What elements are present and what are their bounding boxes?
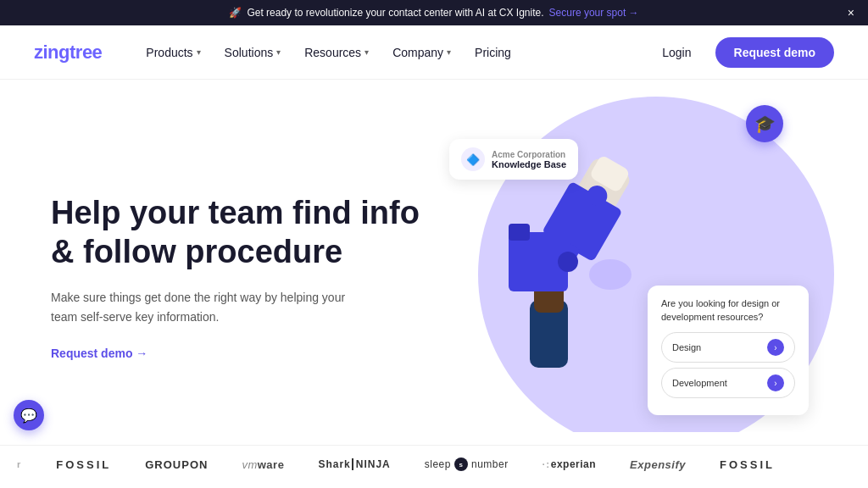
nav-item-resources[interactable]: Resources ▾ — [294, 39, 379, 66]
nav-item-solutions[interactable]: Solutions ▾ — [214, 39, 292, 66]
knowledge-card-text: Acme Corporation Knowledge Base — [492, 150, 566, 169]
knowledge-icon: 🔷 — [461, 147, 485, 171]
logo[interactable]: zingtree — [34, 42, 102, 64]
knowledge-card: 🔷 Acme Corporation Knowledge Base — [449, 139, 578, 180]
design-choice-button[interactable]: Design › — [661, 332, 795, 363]
hero-cta-link[interactable]: Request demo → — [51, 347, 424, 360]
hero-left: Help your team find info & follow proced… — [51, 114, 424, 432]
hero-section: Help your team find info & follow proced… — [0, 80, 868, 483]
development-choice-button[interactable]: Development › — [661, 368, 795, 398]
brand-sleepnumber: sleep s number — [425, 458, 509, 471]
svg-rect-9 — [509, 224, 530, 241]
nav-links: Products ▾ Solutions ▾ Resources ▾ Compa… — [136, 39, 652, 66]
brand-groupon: GROUPON — [145, 458, 208, 471]
svg-point-8 — [558, 252, 578, 272]
chevron-down-icon: ▾ — [197, 47, 201, 57]
brand-sharkninja: SharkNINJA — [318, 458, 390, 470]
hero-subtitle: Make sure things get done the right way … — [51, 288, 356, 326]
brand-vmware: vmware — [242, 458, 284, 471]
hero-right: 🎓 — [424, 114, 817, 432]
choice-arrow-icon: › — [767, 374, 784, 391]
chevron-down-icon: ▾ — [276, 47, 281, 57]
announcement-cta[interactable]: Secure your spot → — [549, 7, 639, 19]
brand-fossil-1: r — [17, 459, 22, 469]
brand-expensify: Expensify — [630, 458, 686, 471]
brand-experian: ·:experian — [542, 458, 596, 470]
request-demo-button[interactable]: Request demo — [715, 37, 834, 68]
choice-card-question: Are you looking for design or developmen… — [661, 297, 795, 324]
brand-fossil: FOSSIL — [56, 458, 111, 471]
nav-item-company[interactable]: Company ▾ — [382, 39, 461, 66]
svg-point-10 — [589, 259, 632, 290]
chat-bubble-button[interactable]: 💬 — [14, 400, 44, 430]
login-button[interactable]: Login — [652, 39, 701, 66]
announcement-bar: 🚀 Get ready to revolutionize your contac… — [0, 0, 868, 25]
brand-fossil-2: FOSSIL — [720, 458, 775, 471]
graduation-cap-icon: 🎓 — [746, 105, 783, 142]
chevron-down-icon: ▾ — [447, 47, 451, 57]
sleep-number-dot: s — [454, 458, 468, 471]
chevron-down-icon: ▾ — [364, 47, 369, 57]
announcement-close-button[interactable]: × — [848, 6, 854, 19]
hero-content: Help your team find info & follow proced… — [0, 80, 868, 432]
announcement-text: Get ready to revolutionize your contact … — [247, 7, 543, 19]
navbar: zingtree Products ▾ Solutions ▾ Resource… — [0, 25, 868, 80]
hero-title: Help your team find info & follow proced… — [51, 194, 424, 271]
nav-item-pricing[interactable]: Pricing — [465, 39, 521, 66]
nav-item-products[interactable]: Products ▾ — [136, 39, 210, 66]
choice-arrow-icon: › — [767, 339, 784, 356]
announcement-emoji: 🚀 — [229, 7, 242, 19]
nav-right: Login Request demo — [652, 37, 834, 68]
brands-bar: r FOSSIL GROUPON vmware SharkNINJA sleep… — [0, 445, 868, 483]
choice-card: Are you looking for design or developmen… — [648, 286, 809, 415]
